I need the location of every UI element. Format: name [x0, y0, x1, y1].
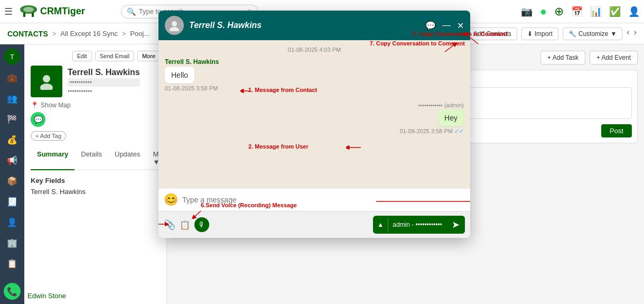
- svg-rect-2: [23, 13, 25, 17]
- contact-avatar: [31, 66, 62, 97]
- add-event-button[interactable]: + Add Event: [590, 51, 638, 65]
- message-input[interactable]: [182, 196, 465, 204]
- send-account-label: admin - ••••••••••••: [388, 218, 446, 232]
- svg-point-4: [43, 75, 50, 82]
- hamburger-icon[interactable]: ☰: [4, 6, 13, 17]
- template-button[interactable]: 📋: [180, 220, 190, 230]
- import-icon: ⬇: [527, 30, 533, 38]
- checklist-icon[interactable]: ✅: [609, 6, 621, 17]
- send-email-button[interactable]: Send Email: [95, 51, 134, 61]
- sidebar-person-icon[interactable]: 👤: [5, 215, 20, 229]
- sidebar-megaphone-icon[interactable]: 📢: [5, 153, 20, 168]
- breadcrumb-name-short[interactable]: Pooj...: [130, 30, 150, 38]
- contact-tabs: Summary Details Updates More ▼: [31, 147, 160, 170]
- emoji-button[interactable]: 😊: [164, 193, 178, 207]
- up-arrow-icon: ▲: [377, 221, 384, 228]
- more-dropdown-button[interactable]: More: [137, 51, 160, 61]
- logo-text: CRMTiger: [40, 6, 85, 17]
- annotation-2-label: 2. Message from User: [248, 143, 309, 150]
- svg-rect-3: [32, 13, 34, 17]
- add-tag-button[interactable]: + Add Tag: [31, 131, 66, 141]
- sidebar-contacts-icon[interactable]: 👥: [5, 91, 20, 106]
- post-button[interactable]: Post: [601, 124, 632, 137]
- wrench-icon: 🔧: [568, 30, 576, 38]
- chart-icon[interactable]: 📊: [590, 6, 602, 17]
- key-field-contact-name: Terrell S. Hawkins: [31, 188, 160, 196]
- add-icon[interactable]: ⊕: [554, 5, 564, 19]
- msg-check-icon: ✓✓: [454, 128, 464, 134]
- sub-nav-actions: Add Contacts ⬇ Import 🔧 Customize ▼ ‹ ›: [468, 27, 637, 40]
- top-nav-icons: 📷 ● ⊕ 📅 📊 ✅ 👤: [521, 5, 640, 19]
- contact-phone-masked: ••••••••••: [68, 78, 140, 87]
- mic-icon: 🎙: [198, 220, 206, 229]
- sidebar-flag-icon[interactable]: 🏁: [5, 112, 20, 126]
- svg-point-7: [170, 27, 179, 31]
- sidebar-briefcase-icon[interactable]: 💼: [5, 71, 20, 85]
- incoming-sender: Terrell S. Hawkins: [165, 58, 219, 66]
- sidebar-dollar-icon[interactable]: 💰: [5, 133, 20, 147]
- customize-button[interactable]: 🔧 Customize ▼: [563, 27, 623, 40]
- tab-details[interactable]: Details: [74, 147, 108, 169]
- sidebar-building-icon[interactable]: 🏢: [5, 236, 20, 250]
- edit-button[interactable]: Edit: [72, 51, 92, 61]
- attach-button[interactable]: 📎: [164, 219, 175, 231]
- contact-header: Terrell S. Hawkins •••••••••• ••••••••••…: [31, 66, 160, 97]
- breadcrumb-all-except[interactable]: All Except 16 Sync: [60, 30, 117, 38]
- whatsapp-sidebar-icon[interactable]: 📞: [4, 283, 21, 300]
- sidebar-box-icon[interactable]: 📦: [5, 174, 20, 188]
- whatsapp-nav-icon[interactable]: ●: [540, 5, 547, 19]
- add-contacts-button[interactable]: Add Contacts: [468, 27, 517, 40]
- incoming-message: Terrell S. Hawkins Hello 01-08-2025 3:58…: [165, 58, 464, 91]
- contact-phone-masked2: •••••••••••: [68, 88, 140, 95]
- map-pin-icon: 📍: [31, 102, 39, 109]
- mic-button[interactable]: 🎙: [194, 217, 209, 232]
- modal-header-icons: 💬 — ✕: [425, 21, 464, 31]
- logo-icon: [19, 4, 38, 19]
- modal-chat-icon[interactable]: 💬: [425, 21, 436, 31]
- contact-name: Terrell S. Hawkins: [68, 68, 140, 77]
- logo-area: CRMTiger: [19, 4, 85, 19]
- calendar-icon[interactable]: 📅: [571, 6, 583, 17]
- sidebar-clip-icon[interactable]: 📋: [5, 256, 20, 271]
- left-sidebar: T 💼 👥 🏁 💰 📢 📦 🧾 👤 🏢 📋 📞: [0, 44, 24, 304]
- contact-info: Terrell S. Hawkins •••••••••• ••••••••••…: [68, 68, 140, 95]
- sidebar-receipt-icon[interactable]: 🧾: [5, 195, 20, 209]
- nav-next-arrow[interactable]: ›: [634, 27, 637, 40]
- modal-avatar-icon: [169, 20, 180, 31]
- show-map-link[interactable]: 📍 Show Map: [31, 102, 160, 109]
- whatsapp-modal: Terrell S. Hawkins 💬 — ✕ 7. Copy Convers…: [158, 11, 470, 238]
- send-button[interactable]: ➤: [446, 216, 465, 234]
- modal-close-icon[interactable]: ✕: [457, 21, 464, 31]
- edwin-stone-label[interactable]: Edwin Stone: [27, 292, 66, 300]
- chat-date-center: 01-08-2025 4:03 PM: [165, 47, 464, 53]
- outgoing-admin: •••••••••••• (admin): [418, 102, 464, 108]
- add-task-button[interactable]: + Add Task: [540, 51, 585, 65]
- key-fields-title: Key Fields: [31, 177, 160, 185]
- modal-title: Terrell S. Hawkins: [189, 21, 420, 30]
- chat-area[interactable]: 7. Copy Conversation to Comment 01-08-20…: [158, 40, 470, 188]
- breadcrumb-sep1: >: [52, 30, 57, 38]
- search-icon: 🔍: [127, 7, 136, 16]
- tab-summary[interactable]: Summary: [31, 147, 74, 170]
- outgoing-message: •••••••••••• (admin) Hey 01-08-2025 3:58…: [165, 102, 464, 135]
- svg-point-6: [172, 21, 177, 26]
- svg-point-5: [40, 84, 53, 90]
- svg-line-13: [193, 211, 201, 218]
- contact-whatsapp-button[interactable]: 💬: [31, 112, 45, 127]
- import-button[interactable]: ⬇ Import: [521, 27, 558, 40]
- camera-icon[interactable]: 📷: [521, 6, 533, 17]
- whatsapp-icon: 💬: [34, 115, 43, 124]
- nav-prev-arrow[interactable]: ‹: [627, 27, 629, 40]
- incoming-bubble: Hello: [165, 67, 194, 84]
- send-dropdown-toggle[interactable]: ▲: [373, 218, 388, 232]
- sidebar-user-avatar[interactable]: T: [4, 49, 20, 65]
- user-icon[interactable]: 👤: [628, 6, 640, 17]
- contacts-label[interactable]: CONTACTS: [7, 30, 48, 38]
- modal-minimize-icon[interactable]: —: [442, 21, 451, 30]
- contact-panel: Edit Send Email More Terrell S. Hawkins …: [24, 44, 167, 304]
- send-icon: ➤: [452, 219, 460, 230]
- customize-dropdown-icon: ▼: [610, 30, 617, 38]
- modal-avatar: [165, 16, 184, 35]
- tab-updates[interactable]: Updates: [108, 147, 146, 169]
- send-dropdown[interactable]: ▲ admin - •••••••••••• ➤: [373, 216, 465, 234]
